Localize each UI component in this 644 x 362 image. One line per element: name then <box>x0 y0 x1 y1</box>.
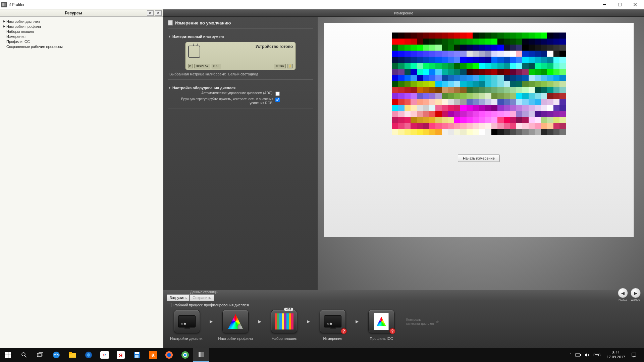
taskbar-app-firefox[interactable] <box>161 348 177 362</box>
color-patch <box>429 33 436 39</box>
patch-row <box>392 123 566 129</box>
color-patch <box>504 105 510 111</box>
search-button[interactable] <box>16 348 32 362</box>
color-patch <box>497 75 504 81</box>
patch-row <box>392 111 566 117</box>
show-desktop-button[interactable] <box>640 348 642 362</box>
resource-item[interactable]: Наборы плашек <box>1 29 162 34</box>
taskbar-app-orange[interactable]: a <box>145 348 161 362</box>
resource-item[interactable]: Профили ICC <box>1 39 162 44</box>
color-patch <box>529 87 535 93</box>
taskbar-app-i1profiler[interactable] <box>193 348 209 362</box>
tab-measurement[interactable]: Измерение <box>163 9 644 17</box>
load-button[interactable]: Загрузить <box>167 294 190 301</box>
tray-language[interactable]: РУС <box>593 353 601 357</box>
resource-item[interactable]: Сохраненные рабочие процессы <box>1 44 162 49</box>
taskbar-app-edge[interactable] <box>48 348 64 362</box>
color-patch <box>473 123 479 129</box>
resource-item[interactable]: Измерения <box>1 34 162 39</box>
section-hardware-label: Настройка оборудования дисплея <box>172 86 235 90</box>
tray-chevron-up-icon[interactable]: ˄ <box>570 353 572 357</box>
color-patch <box>423 81 429 87</box>
color-patch <box>405 45 411 51</box>
nav-next[interactable]: ▶ Далее <box>631 290 641 301</box>
svg-rect-20 <box>135 352 139 354</box>
workflow-step[interactable]: ☀✱Настройки дисплея <box>167 310 207 341</box>
color-patch <box>411 75 417 81</box>
color-patch <box>535 51 541 57</box>
resource-item[interactable]: ▶Настройки профиля <box>1 24 162 29</box>
svg-rect-30 <box>580 354 581 356</box>
section-hardware-header[interactable]: ▼ Настройка оборудования дисплея <box>168 86 313 90</box>
patch-row <box>392 33 566 39</box>
nav-back[interactable]: ◀ Назад <box>618 290 628 301</box>
resource-item[interactable]: ▶Настройки дисплея <box>1 19 162 24</box>
color-patch <box>442 105 448 111</box>
maximize-button[interactable] <box>612 0 627 9</box>
page-title: Измерение по умолчанию <box>168 19 313 28</box>
minimize-button[interactable] <box>596 0 612 9</box>
color-patch <box>529 39 535 45</box>
workflow-thumb: ☀✱ <box>174 310 200 333</box>
color-patch <box>473 93 479 99</box>
workflow-step[interactable]: Настройки профиля <box>215 310 256 341</box>
color-patch <box>491 33 498 39</box>
section-instrument-header[interactable]: ▼ Измерительный инструмент <box>168 35 313 39</box>
tray-volume-icon[interactable] <box>585 353 590 357</box>
resources-close-button[interactable]: ✕ <box>155 10 162 16</box>
tray-battery-icon[interactable] <box>575 353 581 357</box>
save-button[interactable]: Сохранить <box>190 294 214 301</box>
color-patch <box>541 51 547 57</box>
color-patch <box>522 75 529 81</box>
color-patch <box>417 69 423 75</box>
taskbar-app-explorer[interactable] <box>64 348 80 362</box>
color-patch <box>541 99 547 105</box>
taskview-button[interactable] <box>32 348 48 362</box>
color-patch <box>405 57 411 63</box>
taskbar-app-thunderbird[interactable] <box>80 348 97 362</box>
taskbar-app-ebay[interactable]: eb <box>97 348 113 362</box>
color-patch <box>559 87 566 93</box>
color-patch <box>467 87 473 93</box>
workflow-step[interactable]: ☀✱?Измерение <box>313 310 353 341</box>
workflow-step[interactable]: 462Набор плашек <box>264 310 304 341</box>
start-button[interactable] <box>0 348 16 362</box>
color-patch <box>454 57 461 63</box>
color-patch <box>448 69 454 75</box>
taskbar-app-yandex[interactable]: Я <box>113 348 129 362</box>
taskbar-app-chrome[interactable] <box>177 348 193 362</box>
option-manual-checkbox[interactable] <box>275 98 280 102</box>
color-patch <box>398 117 405 123</box>
color-patch <box>392 93 398 99</box>
taskbar-app-save[interactable] <box>129 348 145 362</box>
color-patch <box>448 111 454 117</box>
workflow-qa[interactable]: Контролькачества дисплея <box>406 318 439 326</box>
color-patch <box>429 39 436 45</box>
color-patch <box>435 63 442 69</box>
color-patch <box>522 39 529 45</box>
color-patch <box>541 123 547 129</box>
option-adc-checkbox[interactable] <box>275 92 280 96</box>
color-patch <box>547 51 553 57</box>
color-patch <box>435 123 442 129</box>
color-patch <box>392 111 398 117</box>
color-patch <box>479 99 485 105</box>
color-patch <box>467 123 473 129</box>
color-patch <box>442 87 448 93</box>
color-patch <box>553 57 560 63</box>
svg-marker-31 <box>585 353 587 357</box>
close-button[interactable] <box>627 0 643 9</box>
color-patch <box>510 111 516 117</box>
color-patch <box>479 117 485 123</box>
resources-refresh-button[interactable]: ⟳ <box>147 10 154 16</box>
color-patch <box>467 69 473 75</box>
svg-rect-8 <box>5 355 8 358</box>
workflow-step[interactable]: ?Профиль ICC <box>361 310 401 341</box>
color-patch <box>398 75 405 81</box>
tray-notifications-icon[interactable] <box>631 352 637 358</box>
color-patch <box>516 123 523 129</box>
tray-clock[interactable]: 8:44 17.09.2017 <box>604 351 628 359</box>
color-patch <box>429 99 436 105</box>
start-measurement-button[interactable]: Начать измерение <box>458 155 500 162</box>
color-patch <box>417 105 423 111</box>
